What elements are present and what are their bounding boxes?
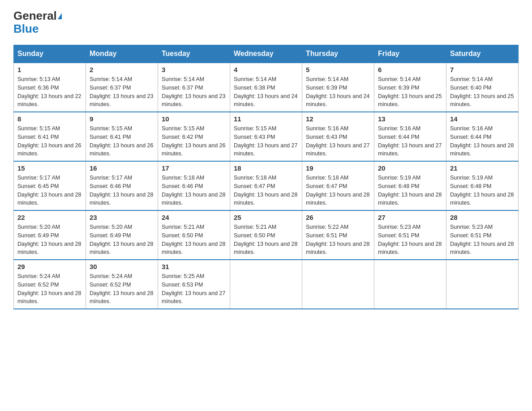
day-number: 1 <box>17 66 82 73</box>
day-number: 17 <box>162 164 226 172</box>
day-info: Sunrise: 5:16 AM Sunset: 6:44 PM Dayligh… <box>450 124 515 158</box>
day-number: 16 <box>90 164 154 172</box>
week-row-4: 22 Sunrise: 5:20 AM Sunset: 6:49 PM Dayl… <box>14 210 519 260</box>
calendar-cell: 25 Sunrise: 5:21 AM Sunset: 6:50 PM Dayl… <box>230 210 302 260</box>
day-number: 3 <box>162 66 226 73</box>
calendar-cell: 13 Sunrise: 5:16 AM Sunset: 6:44 PM Dayl… <box>374 112 446 161</box>
day-number: 6 <box>378 66 442 73</box>
day-number: 10 <box>162 115 226 123</box>
day-number: 31 <box>162 263 226 270</box>
calendar-cell <box>446 260 519 309</box>
day-info: Sunrise: 5:15 AM Sunset: 6:41 PM Dayligh… <box>17 124 82 158</box>
day-info: Sunrise: 5:24 AM Sunset: 6:52 PM Dayligh… <box>90 272 154 306</box>
calendar-cell: 23 Sunrise: 5:20 AM Sunset: 6:49 PM Dayl… <box>86 210 158 260</box>
logo-general: General <box>13 9 57 23</box>
calendar-cell: 31 Sunrise: 5:25 AM Sunset: 6:53 PM Dayl… <box>158 260 230 309</box>
day-info: Sunrise: 5:19 AM Sunset: 6:48 PM Dayligh… <box>450 174 515 207</box>
calendar-cell: 6 Sunrise: 5:14 AM Sunset: 6:39 PM Dayli… <box>374 63 446 112</box>
calendar-cell <box>230 260 302 309</box>
header-thursday: Thursday <box>302 45 374 63</box>
day-number: 11 <box>234 115 298 123</box>
day-info: Sunrise: 5:14 AM Sunset: 6:40 PM Dayligh… <box>450 75 515 109</box>
day-number: 22 <box>17 214 82 221</box>
day-number: 15 <box>17 164 82 172</box>
day-number: 28 <box>450 214 515 221</box>
calendar-cell: 8 Sunrise: 5:15 AM Sunset: 6:41 PM Dayli… <box>14 112 86 161</box>
day-info: Sunrise: 5:21 AM Sunset: 6:50 PM Dayligh… <box>234 223 298 257</box>
calendar-cell: 7 Sunrise: 5:14 AM Sunset: 6:40 PM Dayli… <box>446 63 519 112</box>
calendar-cell: 22 Sunrise: 5:20 AM Sunset: 6:49 PM Dayl… <box>14 210 86 260</box>
day-number: 2 <box>90 66 154 73</box>
day-info: Sunrise: 5:23 AM Sunset: 6:51 PM Dayligh… <box>378 223 442 257</box>
calendar-cell: 20 Sunrise: 5:19 AM Sunset: 6:48 PM Dayl… <box>374 161 446 210</box>
day-info: Sunrise: 5:13 AM Sunset: 6:36 PM Dayligh… <box>17 75 82 109</box>
day-info: Sunrise: 5:22 AM Sunset: 6:51 PM Dayligh… <box>306 223 370 257</box>
day-info: Sunrise: 5:15 AM Sunset: 6:43 PM Dayligh… <box>234 124 298 158</box>
calendar-cell <box>302 260 374 309</box>
logo-blue: Blue <box>13 22 39 36</box>
calendar-cell: 18 Sunrise: 5:18 AM Sunset: 6:47 PM Dayl… <box>230 161 302 210</box>
header-monday: Monday <box>86 45 158 63</box>
calendar-cell: 10 Sunrise: 5:15 AM Sunset: 6:42 PM Dayl… <box>158 112 230 161</box>
calendar-cell: 16 Sunrise: 5:17 AM Sunset: 6:46 PM Dayl… <box>86 161 158 210</box>
calendar-cell: 3 Sunrise: 5:14 AM Sunset: 6:37 PM Dayli… <box>158 63 230 112</box>
header-sunday: Sunday <box>14 45 86 63</box>
calendar-cell: 15 Sunrise: 5:17 AM Sunset: 6:45 PM Dayl… <box>14 161 86 210</box>
day-info: Sunrise: 5:23 AM Sunset: 6:51 PM Dayligh… <box>450 223 515 257</box>
day-info: Sunrise: 5:14 AM Sunset: 6:38 PM Dayligh… <box>234 75 298 109</box>
calendar-cell: 24 Sunrise: 5:21 AM Sunset: 6:50 PM Dayl… <box>158 210 230 260</box>
day-info: Sunrise: 5:20 AM Sunset: 6:49 PM Dayligh… <box>90 223 154 257</box>
day-info: Sunrise: 5:18 AM Sunset: 6:46 PM Dayligh… <box>162 174 226 207</box>
calendar-cell: 29 Sunrise: 5:24 AM Sunset: 6:52 PM Dayl… <box>14 260 86 309</box>
calendar-cell: 26 Sunrise: 5:22 AM Sunset: 6:51 PM Dayl… <box>302 210 374 260</box>
day-info: Sunrise: 5:15 AM Sunset: 6:41 PM Dayligh… <box>90 124 154 158</box>
header-friday: Friday <box>374 45 446 63</box>
logo: General Blue <box>13 9 62 36</box>
calendar-cell: 2 Sunrise: 5:14 AM Sunset: 6:37 PM Dayli… <box>86 63 158 112</box>
calendar-table: SundayMondayTuesdayWednesdayThursdayFrid… <box>13 45 519 309</box>
day-number: 9 <box>90 115 154 123</box>
calendar-cell: 14 Sunrise: 5:16 AM Sunset: 6:44 PM Dayl… <box>446 112 519 161</box>
calendar-cell: 1 Sunrise: 5:13 AM Sunset: 6:36 PM Dayli… <box>14 63 86 112</box>
day-number: 5 <box>306 66 370 73</box>
calendar-cell: 30 Sunrise: 5:24 AM Sunset: 6:52 PM Dayl… <box>86 260 158 309</box>
day-info: Sunrise: 5:19 AM Sunset: 6:48 PM Dayligh… <box>378 174 442 207</box>
day-info: Sunrise: 5:18 AM Sunset: 6:47 PM Dayligh… <box>234 174 298 207</box>
calendar-cell: 19 Sunrise: 5:18 AM Sunset: 6:47 PM Dayl… <box>302 161 374 210</box>
calendar-cell: 27 Sunrise: 5:23 AM Sunset: 6:51 PM Dayl… <box>374 210 446 260</box>
header-wednesday: Wednesday <box>230 45 302 63</box>
header-saturday: Saturday <box>446 45 519 63</box>
day-number: 27 <box>378 214 442 221</box>
calendar-cell: 9 Sunrise: 5:15 AM Sunset: 6:41 PM Dayli… <box>86 112 158 161</box>
week-row-5: 29 Sunrise: 5:24 AM Sunset: 6:52 PM Dayl… <box>14 260 519 309</box>
day-number: 20 <box>378 164 442 172</box>
day-info: Sunrise: 5:15 AM Sunset: 6:42 PM Dayligh… <box>162 124 226 158</box>
calendar-cell: 21 Sunrise: 5:19 AM Sunset: 6:48 PM Dayl… <box>446 161 519 210</box>
day-info: Sunrise: 5:25 AM Sunset: 6:53 PM Dayligh… <box>162 272 226 306</box>
day-number: 26 <box>306 214 370 221</box>
calendar-cell: 11 Sunrise: 5:15 AM Sunset: 6:43 PM Dayl… <box>230 112 302 161</box>
day-info: Sunrise: 5:14 AM Sunset: 6:37 PM Dayligh… <box>90 75 154 109</box>
calendar-cell: 4 Sunrise: 5:14 AM Sunset: 6:38 PM Dayli… <box>230 63 302 112</box>
day-number: 8 <box>17 115 82 123</box>
calendar-cell: 5 Sunrise: 5:14 AM Sunset: 6:39 PM Dayli… <box>302 63 374 112</box>
page-header: General Blue <box>13 9 519 36</box>
day-info: Sunrise: 5:20 AM Sunset: 6:49 PM Dayligh… <box>17 223 82 257</box>
week-row-1: 1 Sunrise: 5:13 AM Sunset: 6:36 PM Dayli… <box>14 63 519 112</box>
day-number: 24 <box>162 214 226 221</box>
day-number: 18 <box>234 164 298 172</box>
day-info: Sunrise: 5:16 AM Sunset: 6:44 PM Dayligh… <box>378 124 442 158</box>
day-number: 21 <box>450 164 515 172</box>
day-number: 23 <box>90 214 154 221</box>
day-number: 29 <box>17 263 82 270</box>
day-number: 30 <box>90 263 154 270</box>
day-info: Sunrise: 5:17 AM Sunset: 6:45 PM Dayligh… <box>17 174 82 207</box>
calendar-cell: 17 Sunrise: 5:18 AM Sunset: 6:46 PM Dayl… <box>158 161 230 210</box>
calendar-cell <box>374 260 446 309</box>
week-row-3: 15 Sunrise: 5:17 AM Sunset: 6:45 PM Dayl… <box>14 161 519 210</box>
day-number: 13 <box>378 115 442 123</box>
calendar-cell: 28 Sunrise: 5:23 AM Sunset: 6:51 PM Dayl… <box>446 210 519 260</box>
day-info: Sunrise: 5:18 AM Sunset: 6:47 PM Dayligh… <box>306 174 370 207</box>
day-number: 12 <box>306 115 370 123</box>
day-info: Sunrise: 5:14 AM Sunset: 6:39 PM Dayligh… <box>306 75 370 109</box>
